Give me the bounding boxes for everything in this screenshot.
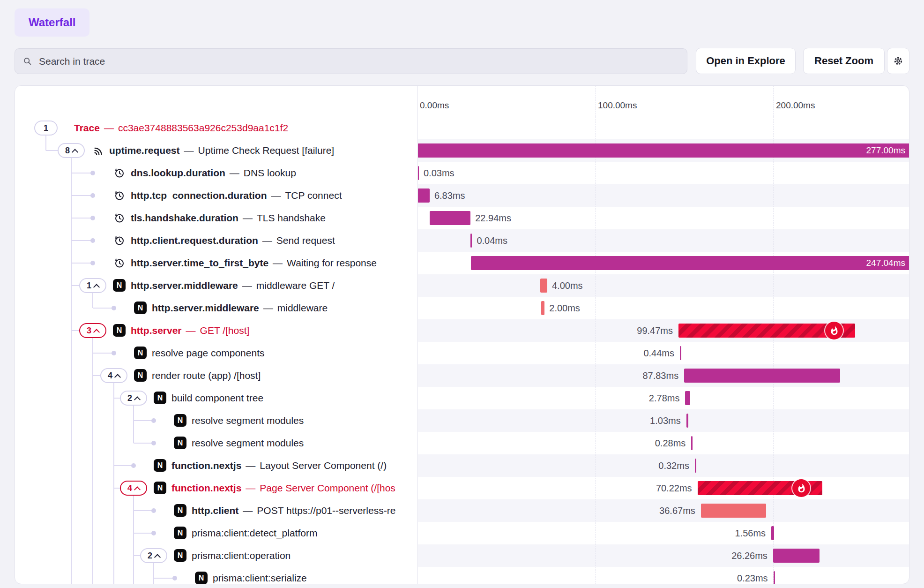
span-name: uptime.request bbox=[109, 145, 180, 156]
expand-pill[interactable]: 4 bbox=[120, 481, 147, 496]
span-row[interactable]: 4Nrender route (app) /[host]87.83ms bbox=[15, 364, 909, 387]
span-bar[interactable] bbox=[684, 369, 840, 383]
span-label: function.nextjs—Page Server Component (/… bbox=[171, 477, 395, 499]
duration-label: 87.83ms bbox=[642, 364, 678, 387]
search-input[interactable] bbox=[38, 55, 649, 68]
span-row[interactable]: 8uptime.request—Uptime Check Request [fa… bbox=[15, 139, 909, 162]
span-bar[interactable] bbox=[540, 279, 547, 293]
span-timeline-cell: 26.26ms bbox=[417, 544, 909, 567]
span-description: Uptime Check Request [failure] bbox=[198, 145, 335, 156]
span-name: Trace bbox=[74, 122, 100, 134]
span-row-label-cell: 2Nbuild component tree bbox=[15, 387, 417, 409]
expand-pill[interactable]: 3 bbox=[79, 323, 106, 338]
span-bar[interactable] bbox=[470, 234, 472, 248]
span-name: tls.handshake.duration bbox=[131, 212, 238, 224]
span-bar[interactable]: 247.04ms bbox=[471, 256, 909, 270]
span-bar[interactable] bbox=[773, 549, 820, 563]
expand-pill[interactable]: 8 bbox=[58, 143, 85, 158]
span-row[interactable]: Nhttp.server.middleware—middleware2.00ms bbox=[15, 297, 909, 319]
span-row[interactable]: 2Nbuild component tree2.78ms bbox=[15, 387, 909, 409]
span-row[interactable]: Nresolve segment modules1.03ms bbox=[15, 409, 909, 432]
span-timeline-cell: 247.04ms bbox=[417, 252, 909, 274]
span-label: http.client—POST https://p01--serverless… bbox=[192, 499, 395, 522]
tree-dot bbox=[90, 171, 95, 175]
span-bar[interactable] bbox=[678, 324, 855, 338]
span-bar[interactable] bbox=[691, 436, 693, 450]
nextjs-icon: N bbox=[113, 279, 126, 292]
span-label: http.server—GET /[host] bbox=[131, 319, 249, 342]
span-row[interactable]: 1Nhttp.server.middleware—middleware GET … bbox=[15, 274, 909, 297]
child-count: 2 bbox=[148, 551, 152, 561]
span-bar[interactable] bbox=[430, 211, 470, 225]
span-row[interactable]: Nresolve page components0.44ms bbox=[15, 342, 909, 364]
span-label: http.tcp_connection.duration—TCP connect bbox=[131, 184, 342, 207]
span-name: resolve segment modules bbox=[192, 415, 304, 426]
span-row[interactable]: 4Nfunction.nextjs—Page Server Component … bbox=[15, 477, 909, 499]
tick-label-0: 0.00ms bbox=[420, 100, 449, 111]
tree-dot bbox=[151, 418, 156, 423]
span-bar[interactable]: 277.00ms bbox=[417, 143, 909, 158]
span-row[interactable]: 1Trace—cc3ae3748883563a926c253d9aa1c1f2 bbox=[15, 117, 909, 139]
sentry-icon bbox=[91, 144, 104, 157]
span-bar[interactable] bbox=[698, 481, 822, 495]
span-row[interactable]: Nhttp.client—POST https://p01--serverles… bbox=[15, 499, 909, 522]
span-bar[interactable] bbox=[685, 391, 690, 405]
nextjs-icon: N bbox=[174, 527, 186, 539]
span-label: http.server.time_to_first_byte—Waiting f… bbox=[131, 252, 377, 274]
fire-icon bbox=[825, 322, 843, 339]
span-bar[interactable] bbox=[774, 571, 775, 584]
span-row-label-cell: 1Trace—cc3ae3748883563a926c253d9aa1c1f2 bbox=[15, 117, 417, 139]
search-input-container[interactable] bbox=[15, 48, 687, 74]
span-timeline-cell: 22.94ms bbox=[417, 207, 909, 229]
span-row[interactable]: http.server.time_to_first_byte—Waiting f… bbox=[15, 252, 909, 274]
tab-waterfall[interactable]: Waterfall bbox=[15, 8, 89, 37]
settings-button[interactable] bbox=[887, 48, 909, 74]
span-row[interactable]: tls.handshake.duration—TLS handshake22.9… bbox=[15, 207, 909, 229]
span-bar[interactable] bbox=[695, 459, 696, 473]
span-row[interactable]: Nfunction.nextjs—Layout Server Component… bbox=[15, 454, 909, 477]
span-bar[interactable] bbox=[417, 188, 430, 203]
separator: — bbox=[104, 122, 114, 134]
span-row[interactable]: 3Nhttp.server—GET /[host]99.47ms bbox=[15, 319, 909, 342]
span-name: http.server.time_to_first_byte bbox=[131, 257, 268, 269]
separator: — bbox=[246, 460, 255, 471]
span-row[interactable]: http.client.request.duration—Send reques… bbox=[15, 229, 909, 252]
clock-icon bbox=[113, 166, 126, 179]
expand-pill[interactable]: 2 bbox=[140, 548, 167, 563]
span-bar[interactable] bbox=[686, 414, 688, 428]
expand-pill[interactable]: 4 bbox=[100, 368, 127, 383]
reset-zoom-button[interactable]: Reset Zoom bbox=[803, 48, 885, 74]
span-row-label-cell: Nresolve segment modules bbox=[15, 432, 417, 454]
span-bar[interactable] bbox=[541, 301, 545, 315]
span-row[interactable]: 2Nprisma:client:operation26.26ms bbox=[15, 544, 909, 567]
span-row-label-cell: http.server.time_to_first_byte—Waiting f… bbox=[15, 252, 417, 274]
span-label: render route (app) /[host] bbox=[152, 364, 261, 387]
clock-icon bbox=[113, 256, 126, 269]
span-row[interactable]: Nprisma:client:serialize0.23ms bbox=[15, 567, 909, 584]
span-bar[interactable] bbox=[680, 346, 681, 360]
span-bar[interactable] bbox=[701, 504, 766, 518]
nextjs-icon: N bbox=[134, 369, 147, 382]
open-in-explore-button[interactable]: Open in Explore bbox=[696, 48, 796, 74]
span-label: prisma:client:detect_platform bbox=[192, 522, 317, 544]
span-row[interactable]: http.tcp_connection.duration—TCP connect… bbox=[15, 184, 909, 207]
chevron-up-icon bbox=[93, 284, 100, 290]
span-description: Page Server Component (/[hos bbox=[260, 482, 395, 494]
duration-label: 0.44ms bbox=[643, 342, 674, 364]
chevron-up-icon bbox=[134, 396, 141, 403]
duration-label: 0.32ms bbox=[658, 454, 689, 477]
span-row[interactable]: Nresolve segment modules0.28ms bbox=[15, 432, 909, 454]
tree-dot bbox=[172, 576, 177, 580]
span-timeline-cell: 0.28ms bbox=[417, 432, 909, 454]
span-timeline-cell: 2.00ms bbox=[417, 297, 909, 319]
child-count: 1 bbox=[44, 123, 48, 133]
span-row-label-cell: Nresolve segment modules bbox=[15, 409, 417, 432]
expand-pill[interactable]: 2 bbox=[120, 391, 147, 406]
span-row[interactable]: dns.lookup.duration—DNS lookup0.03ms bbox=[15, 162, 909, 184]
span-row[interactable]: Nprisma:client:detect_platform1.56ms bbox=[15, 522, 909, 544]
span-name: function.nextjs bbox=[171, 460, 241, 471]
expand-pill[interactable]: 1 bbox=[34, 121, 58, 136]
span-description: Waiting for response bbox=[287, 257, 377, 269]
span-bar[interactable] bbox=[771, 526, 774, 540]
expand-pill[interactable]: 1 bbox=[79, 278, 106, 293]
